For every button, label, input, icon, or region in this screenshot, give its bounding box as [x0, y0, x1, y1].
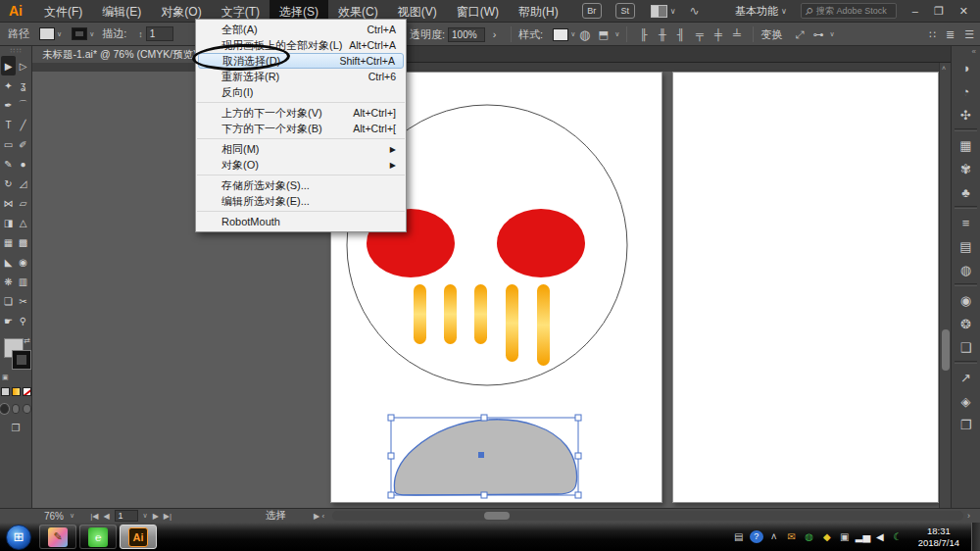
align-left-icon[interactable]: ╟	[634, 28, 653, 40]
artboards-panel-icon[interactable]: ❐	[952, 413, 980, 436]
tools-panel-grip[interactable]: ∷ ∷	[0, 46, 31, 56]
tooth-4[interactable]	[506, 284, 518, 362]
draw-inside-button[interactable]	[23, 404, 31, 414]
constrain-proportions-icon[interactable]: ⊶	[808, 28, 827, 41]
gradient-button[interactable]	[12, 387, 21, 396]
paintbrush-tool[interactable]: ✐	[16, 134, 30, 154]
transform-button[interactable]: 变换	[760, 27, 782, 42]
vertical-scroll-thumb[interactable]	[942, 329, 950, 371]
type-tool[interactable]: T	[1, 115, 16, 134]
gradient-tool[interactable]: ▩	[16, 232, 30, 252]
artboard-chevron-icon[interactable]: ∨	[143, 512, 148, 520]
menubar-item-edit[interactable]: 编辑(E)	[92, 0, 151, 22]
control-panel-menu-icon[interactable]: ☰	[964, 28, 974, 41]
eyedropper-tool[interactable]: ◣	[1, 252, 16, 272]
stock-search-input[interactable]: ⚲ 搜索 Adobe Stock	[801, 3, 897, 19]
menu-item-save-selection[interactable]: 存储所选对象(S)...	[198, 177, 404, 193]
vertical-scrollbar[interactable]: ˄	[939, 63, 951, 508]
opacity-expander-icon[interactable]: ›	[485, 28, 504, 40]
volume-icon[interactable]: ◀	[873, 531, 887, 542]
slice-tool[interactable]: ✂	[16, 291, 30, 311]
menu-item-robotmouth[interactable]: RobotMouth	[198, 214, 404, 229]
line-segment-tool[interactable]: ╱	[16, 115, 30, 134]
security-icon[interactable]: ☾	[891, 531, 905, 542]
constrain-chevron-icon[interactable]: ∨	[829, 30, 834, 38]
align-right-icon[interactable]: ╢	[671, 28, 690, 40]
pathfinder-panel-icon[interactable]: ✣	[952, 103, 980, 126]
shape-properties-icon[interactable]: ⬒	[594, 28, 612, 41]
layers-panel-icon[interactable]: ◈	[952, 389, 980, 413]
horizontal-scrollbar[interactable]	[332, 511, 963, 521]
bridge-button[interactable]: Br	[582, 3, 602, 19]
clipboard-icon[interactable]: ▣	[838, 531, 852, 542]
default-fill-stroke-icon[interactable]: ▣	[2, 374, 9, 381]
selection-tool[interactable]: ▶	[1, 56, 16, 75]
chevron-down-icon[interactable]: ∨	[670, 7, 676, 16]
artboard-2[interactable]	[672, 72, 939, 503]
direct-selection-tool[interactable]: ▷	[16, 56, 30, 75]
menu-item-edit-selection[interactable]: 编辑所选对象(E)...	[198, 193, 404, 209]
curvature-tool[interactable]: ⌒	[16, 95, 30, 115]
brushes-panel-icon[interactable]: ✾	[952, 157, 980, 180]
libraries-panel-icon[interactable]: ◉	[952, 288, 980, 312]
mail-icon[interactable]: ✉	[785, 531, 799, 542]
stroke-stepper-icon[interactable]: ↕	[138, 29, 143, 39]
taskbar-clock[interactable]: 18:31 2018/7/14	[918, 526, 959, 549]
close-button[interactable]: ✕	[959, 5, 968, 18]
gradient-panel-icon[interactable]: ▤	[952, 234, 980, 258]
transparency-panel-icon[interactable]: ◍	[952, 258, 980, 281]
tooth-5[interactable]	[537, 284, 550, 366]
color-panel-icon[interactable]: ◑	[952, 56, 980, 79]
export-panel-icon[interactable]: ↗	[952, 366, 980, 389]
first-artboard-icon[interactable]: |◀	[90, 512, 98, 521]
perspective-grid-tool[interactable]: △	[16, 213, 30, 232]
menu-item-next-object-below[interactable]: 下方的下一个对象(B)Alt+Ctrl+[	[198, 121, 404, 136]
show-desktop-button[interactable]	[971, 523, 980, 551]
style-swatch[interactable]	[553, 28, 568, 41]
color-guide-panel-icon[interactable]: ◔	[952, 79, 980, 103]
arrange-documents-icon[interactable]	[651, 5, 667, 18]
help-icon[interactable]: ?	[750, 530, 763, 543]
menu-item-next-object-above[interactable]: 上方的下一个对象(V)Alt+Ctrl+]	[198, 105, 404, 121]
restore-button[interactable]: ❐	[934, 5, 944, 18]
draw-behind-button[interactable]	[12, 404, 21, 414]
menubar-item-file[interactable]: 文件(F)	[34, 0, 92, 22]
zoom-tool[interactable]: ⚲	[16, 311, 30, 330]
stock-button[interactable]: St	[615, 3, 635, 19]
pencil-tool[interactable]: ✎	[1, 154, 16, 174]
pen-tool[interactable]: ✒	[1, 95, 16, 115]
menu-item-all-on-active-artboard[interactable]: 现用画板上的全部对象(L)Alt+Ctrl+A	[198, 37, 404, 53]
shape-chevron-icon[interactable]: ∨	[614, 30, 619, 38]
opacity-value[interactable]: 100%	[448, 27, 485, 42]
menubar-item-help[interactable]: 帮助(H)	[509, 0, 568, 22]
stroke-chevron-icon[interactable]: ∨	[89, 30, 94, 38]
menubar-item-window[interactable]: 窗口(W)	[447, 0, 509, 22]
stroke-indicator[interactable]	[12, 350, 31, 370]
align-middle-icon[interactable]: ╪	[709, 28, 727, 40]
selection-center-point[interactable]	[478, 452, 484, 458]
none-button[interactable]	[23, 387, 31, 396]
zoom-chevron-icon[interactable]: ∨	[70, 512, 74, 520]
mesh-tool[interactable]: ▦	[1, 232, 16, 252]
tooth-1[interactable]	[414, 284, 426, 344]
menu-item-reselect[interactable]: 重新选择(R)Ctrl+6	[198, 69, 404, 84]
magic-wand-tool[interactable]: ✦	[1, 75, 16, 95]
taskbar-illustrator-button[interactable]: Ai	[120, 525, 157, 549]
scroll-right-icon[interactable]: ›	[967, 511, 970, 521]
last-artboard-icon[interactable]: ▶|	[164, 512, 172, 521]
graphic-styles-panel-icon[interactable]: ❑	[952, 335, 980, 359]
blend-tool[interactable]: ◉	[16, 252, 30, 272]
start-button[interactable]: ⊞	[6, 525, 31, 550]
artboard-number-value[interactable]: 1	[115, 510, 138, 522]
dock-collapse-icon[interactable]: «	[952, 46, 980, 56]
expand-bounds-icon[interactable]: ⤢	[790, 28, 808, 41]
next-artboard-icon[interactable]: ▶	[153, 512, 159, 521]
free-transform-tool[interactable]: ▱	[16, 193, 30, 213]
panel-dock-icon[interactable]: ≣	[946, 28, 955, 41]
lasso-tool[interactable]: ʓ	[16, 75, 30, 95]
workspace-switcher[interactable]: 基本功能	[735, 4, 778, 19]
minimize-button[interactable]: –	[912, 5, 918, 18]
artboard-tool[interactable]: ❏	[1, 291, 16, 311]
scale-tool[interactable]: ◿	[16, 174, 30, 193]
scroll-up-icon[interactable]: ˄	[942, 65, 946, 72]
